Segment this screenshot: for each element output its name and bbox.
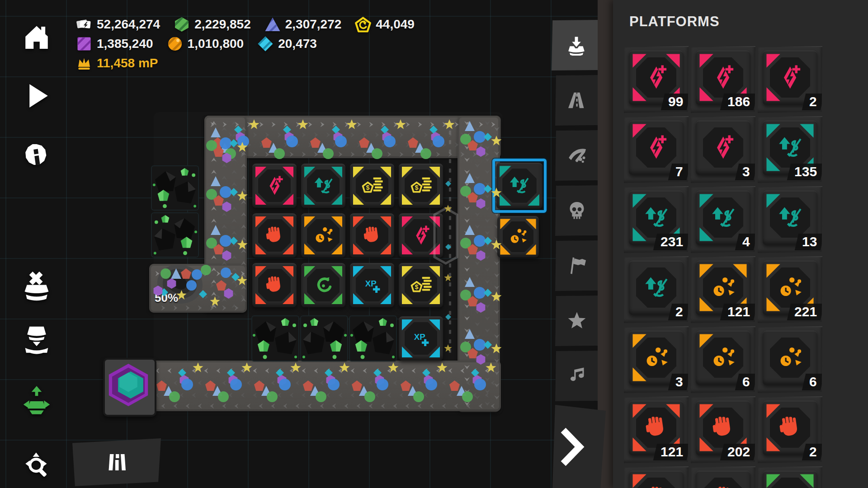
- resource-value: 1,010,800: [188, 37, 244, 51]
- strength-icon: [360, 224, 384, 248]
- edge-dash: [449, 263, 451, 267]
- platform-count: 186: [727, 94, 750, 109]
- nature-icon: [775, 483, 805, 488]
- damage-icon: [708, 63, 738, 92]
- platform-item[interactable]: 231: [624, 186, 689, 253]
- platform-item[interactable]: 2: [758, 396, 822, 463]
- platform-item[interactable]: 202: [691, 396, 755, 463]
- platform-item[interactable]: 2: [758, 46, 822, 113]
- tower-coins[interactable]: $: [399, 263, 443, 307]
- enemy-circle: [316, 391, 326, 402]
- enemy-circle: [425, 379, 437, 390]
- edge-dash: [449, 225, 451, 230]
- platform-item[interactable]: 2: [624, 256, 689, 323]
- tower-coins[interactable]: $: [399, 164, 443, 208]
- enemy-circle: [413, 391, 424, 402]
- platform-count: 121: [660, 444, 683, 460]
- platform-item[interactable]: 221: [758, 256, 822, 323]
- damage-icon: [708, 133, 738, 162]
- platform-nature[interactable]: [763, 470, 817, 488]
- svg-text:$: $: [415, 283, 418, 291]
- milestone-banner[interactable]: [72, 438, 161, 486]
- platform-count: 3: [742, 164, 750, 179]
- enemy-circle: [462, 391, 473, 402]
- enemy-circle: [286, 136, 298, 147]
- edge-dash: [449, 235, 451, 239]
- svg-text:XP: XP: [414, 332, 425, 341]
- platform-item[interactable]: 3: [624, 326, 689, 393]
- ore-rocks[interactable]: [300, 315, 348, 361]
- platform-item[interactable]: [758, 466, 822, 488]
- platforms-panel: PLATFORMS 991862731352314132121221366121…: [613, 0, 868, 488]
- tower-speed[interactable]: [301, 213, 345, 258]
- platform-item[interactable]: 121: [624, 396, 689, 463]
- crown-icon: [76, 55, 92, 71]
- ore-rocks[interactable]: [151, 165, 199, 211]
- enemy-circle: [160, 268, 171, 279]
- panel-title: PLATFORMS: [629, 14, 720, 30]
- ore-rocks[interactable]: [349, 315, 397, 361]
- enemy-circle: [186, 280, 197, 291]
- platform-count-badge: 7: [668, 164, 690, 180]
- platform-count-badge: 202: [720, 444, 758, 460]
- gate-outline: [433, 207, 458, 267]
- platform-item[interactable]: 135: [758, 116, 822, 183]
- blue-triangle-icon: [264, 16, 281, 33]
- platform-item[interactable]: 99: [624, 46, 689, 113]
- ore-rocks[interactable]: [251, 315, 299, 361]
- damage-icon: [263, 174, 287, 198]
- platform-item[interactable]: [624, 466, 689, 488]
- tower-strength[interactable]: [252, 263, 297, 307]
- platform-item[interactable]: 13: [758, 186, 822, 253]
- tower-strength[interactable]: [350, 213, 394, 258]
- speed-icon: [642, 343, 671, 372]
- platform-item[interactable]: 186: [691, 46, 755, 113]
- platform-item[interactable]: [691, 466, 755, 488]
- edge-dash: [449, 254, 451, 258]
- tower-strength[interactable]: [252, 213, 297, 258]
- platform-item[interactable]: 121: [691, 256, 755, 323]
- selected-tile-ring: [492, 159, 547, 213]
- cash-icon: [311, 174, 335, 198]
- platform-count: 121: [727, 304, 750, 319]
- svg-text:$: $: [415, 184, 418, 191]
- platform-count-badge: 3: [735, 164, 757, 180]
- platform-item[interactable]: 6: [691, 326, 755, 393]
- enemy-circle: [267, 391, 278, 402]
- tower-nature[interactable]: [301, 263, 345, 307]
- ore-rocks[interactable]: [151, 212, 199, 258]
- platform-count-badge: 186: [720, 94, 758, 110]
- speed-icon: [775, 343, 805, 372]
- platform-strength[interactable]: [629, 470, 684, 488]
- platform-item[interactable]: 7: [624, 116, 689, 183]
- platform-item[interactable]: 6: [758, 326, 822, 393]
- coins-icon: $: [360, 174, 384, 198]
- platform-count-badge: 2: [668, 304, 690, 320]
- platform-count-badge: 121: [653, 444, 691, 460]
- tower-xp[interactable]: XP: [350, 263, 394, 307]
- purple-square-icon: [76, 36, 92, 52]
- platform-item[interactable]: 4: [691, 186, 755, 253]
- tower-coins[interactable]: $: [350, 164, 394, 208]
- edge-dash: [449, 301, 451, 305]
- expand-panel-button[interactable]: [559, 427, 585, 467]
- enemy-circle: [384, 136, 396, 147]
- speed-icon: [311, 224, 335, 248]
- tower-damage[interactable]: [252, 164, 297, 208]
- speed-icon: [775, 273, 805, 302]
- enemy-circle: [328, 379, 340, 390]
- tower-cash[interactable]: [301, 164, 345, 208]
- resource-green-hexagon: 2,229,852: [174, 16, 251, 33]
- platform-count-badge: 231: [653, 234, 691, 250]
- platform-item[interactable]: 3: [691, 116, 755, 183]
- damage-icon: [775, 63, 805, 92]
- tower-xp[interactable]: XP: [399, 316, 443, 361]
- resource-value: 44,049: [376, 17, 415, 32]
- tower-speed[interactable]: [497, 216, 539, 258]
- coins-icon: $: [409, 273, 433, 297]
- edge-dash: [449, 197, 451, 201]
- platform-strength[interactable]: [696, 470, 750, 488]
- platform-count: 13: [802, 234, 817, 249]
- platform-count-badge: 6: [735, 374, 757, 390]
- path-segment: [149, 361, 501, 411]
